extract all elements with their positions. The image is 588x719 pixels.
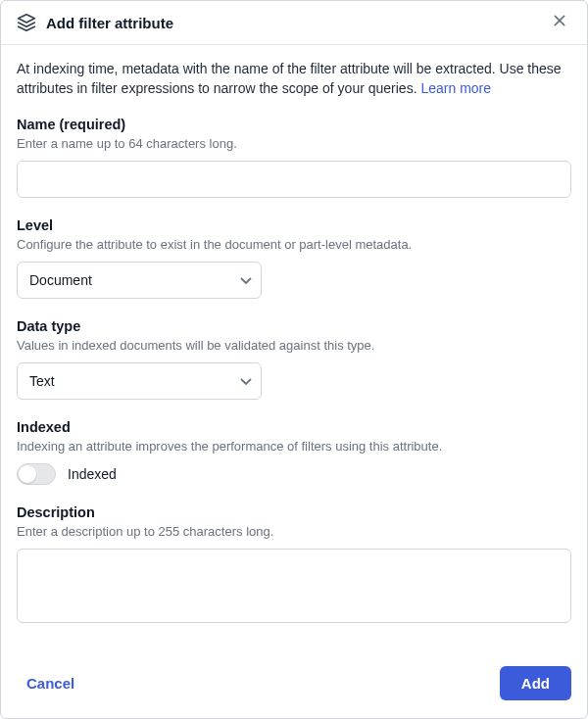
- name-field: Name (required) Enter a name up to 64 ch…: [17, 117, 571, 198]
- data-type-help: Values in indexed documents will be vali…: [17, 338, 571, 353]
- close-button[interactable]: [548, 11, 571, 34]
- indexed-toggle-label: Indexed: [68, 466, 117, 482]
- indexed-toggle-row: Indexed: [17, 463, 571, 485]
- learn-more-link[interactable]: Learn more: [420, 80, 491, 96]
- close-icon: [552, 13, 567, 33]
- add-button[interactable]: Add: [500, 666, 571, 700]
- description-input[interactable]: [17, 549, 571, 623]
- svg-marker-0: [19, 15, 35, 23]
- description-help: Enter a description up to 255 characters…: [17, 524, 571, 539]
- level-select[interactable]: Document: [17, 262, 262, 299]
- level-help: Configure the attribute to exist in the …: [17, 237, 571, 252]
- description-label: Description: [17, 504, 571, 520]
- indexed-toggle[interactable]: [17, 463, 56, 485]
- data-type-label: Data type: [17, 318, 571, 334]
- add-filter-attribute-modal: Add filter attribute At indexing time, m…: [0, 0, 588, 719]
- modal-header: Add filter attribute: [1, 1, 587, 45]
- data-type-field: Data type Values in indexed documents wi…: [17, 318, 571, 400]
- level-label: Level: [17, 217, 571, 233]
- description-field: Description Enter a description up to 25…: [17, 504, 571, 627]
- name-help: Enter a name up to 64 characters long.: [17, 136, 571, 151]
- indexed-help: Indexing an attribute improves the perfo…: [17, 439, 571, 454]
- indexed-label: Indexed: [17, 419, 571, 435]
- toggle-knob: [19, 465, 36, 483]
- modal-footer: Cancel Add: [1, 652, 587, 718]
- layers-icon: [17, 13, 36, 32]
- level-select-wrap: Document: [17, 262, 262, 299]
- cancel-button[interactable]: Cancel: [17, 667, 84, 699]
- modal-title: Add filter attribute: [46, 15, 548, 31]
- data-type-select-wrap: Text: [17, 362, 262, 400]
- intro-text: At indexing time, metadata with the name…: [17, 59, 571, 99]
- name-label: Name (required): [17, 117, 571, 132]
- data-type-select[interactable]: Text: [17, 362, 262, 400]
- name-input[interactable]: [17, 161, 571, 198]
- indexed-field: Indexed Indexing an attribute improves t…: [17, 419, 571, 485]
- level-field: Level Configure the attribute to exist i…: [17, 217, 571, 299]
- modal-body: At indexing time, metadata with the name…: [1, 45, 587, 652]
